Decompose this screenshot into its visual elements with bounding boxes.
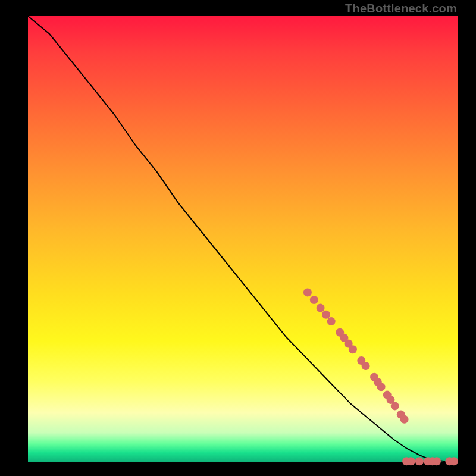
data-marker [407,457,415,465]
plot-area [28,16,458,462]
data-marker [415,457,424,465]
data-marker [450,457,458,465]
data-marker [303,288,312,296]
main-curve [28,16,458,462]
chart-stage: TheBottleneck.com [0,0,476,476]
data-marker [400,415,409,424]
data-marker [391,402,399,410]
data-marker [349,345,357,353]
data-marker [322,311,330,319]
data-marker [362,362,370,370]
marker-layer [303,288,458,465]
data-marker [433,457,441,465]
data-marker [377,383,386,391]
data-marker [310,296,318,304]
watermark-text: TheBottleneck.com [345,2,457,14]
data-marker [327,317,336,325]
data-marker [317,304,325,312]
chart-svg [28,16,458,462]
